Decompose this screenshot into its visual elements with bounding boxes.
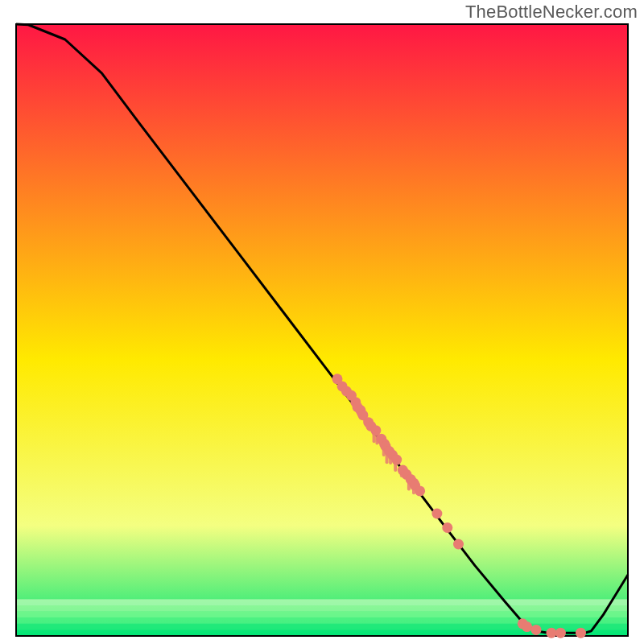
data-marker: [522, 621, 532, 632]
plot-area: [16, 24, 628, 638]
data-marker: [547, 628, 557, 638]
data-marker: [576, 628, 586, 638]
watermark-text: TheBottleNecker.com: [465, 2, 638, 23]
data-marker: [442, 522, 452, 533]
chart-container: TheBottleNecker.com: [0, 0, 644, 644]
gradient-background: [16, 24, 628, 636]
data-marker: [431, 509, 442, 519]
green-band: [16, 599, 628, 605]
data-marker: [415, 485, 425, 496]
data-marker: [453, 539, 464, 550]
green-band: [16, 605, 628, 612]
green-band: [16, 612, 628, 618]
bottleneck-chart: [0, 0, 644, 644]
green-band: [16, 617, 628, 624]
data-marker: [531, 625, 542, 635]
data-marker: [391, 455, 402, 465]
data-marker: [370, 425, 381, 436]
data-marker: [555, 628, 566, 638]
